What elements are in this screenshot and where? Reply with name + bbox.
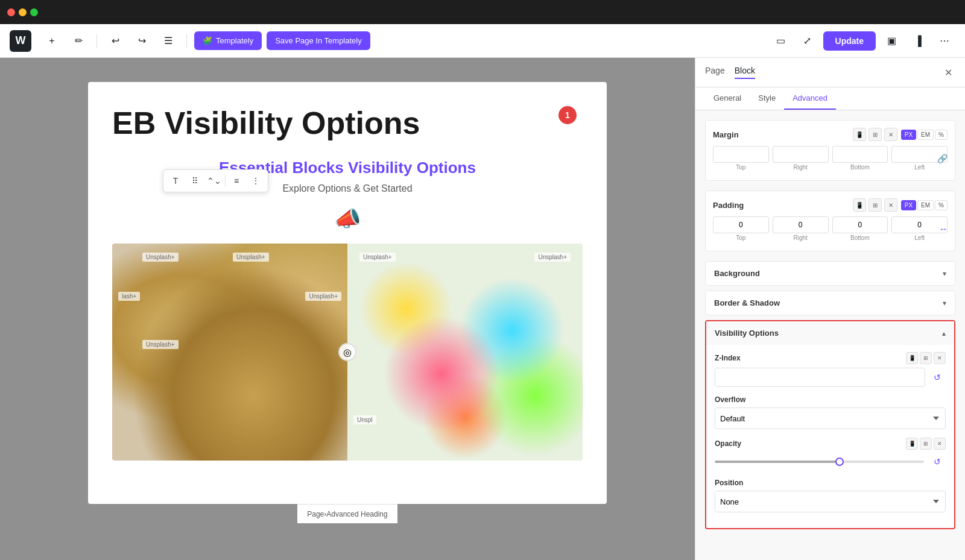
block-align-button[interactable]: ≡ [228,172,245,189]
breadcrumb-page[interactable]: Page [307,510,324,518]
block-drag-button[interactable]: ⠿ [186,172,203,189]
desktop-view-button[interactable]: ▭ [770,30,792,52]
minimize-button[interactable] [19,8,27,16]
padding-link-icon[interactable]: ↔ [939,224,948,234]
zindex-reset-button[interactable]: ↺ [929,369,946,386]
block-type-button[interactable]: T [167,172,184,189]
margin-inputs-row: Top Right Bottom Left [713,146,948,171]
edit-button[interactable]: ✏ [68,30,89,52]
border-shadow-chevron: ▾ [943,299,946,307]
padding-inputs-row: Top Right Bottom Left [713,216,948,241]
border-shadow-header[interactable]: Border & Shadow ▾ [706,291,955,315]
unsplash-label-2: Unsplash+ [233,253,269,262]
overflow-select[interactable]: Default Hidden Scroll Auto Visible [715,407,946,429]
margin-bottom-wrap: Bottom [832,146,888,171]
comparison-handle[interactable]: ◎ [338,343,356,361]
padding-unit-px[interactable]: PX [901,200,916,210]
panel-header: Page Block ✕ [695,58,965,87]
canvas-area: T ⠿ ⌃⌄ ≡ ⋮ EB Visibility Options 1 Essen… [0,58,695,560]
margin-right-input[interactable] [773,146,829,163]
padding-bottom-label: Bottom [850,234,870,241]
external-link-button[interactable]: ⤢ [797,30,818,52]
padding-icon-clear[interactable]: ✕ [884,198,897,212]
list-button[interactable]: ☰ [157,30,179,52]
position-label-row: Position [715,479,946,487]
subtab-style[interactable]: Style [750,87,784,110]
margin-icon-device[interactable]: 📱 [853,128,866,141]
margin-icon-clear[interactable]: ✕ [884,128,897,141]
padding-inputs: Top Right Bottom Left [713,216,948,241]
maximize-button[interactable] [30,8,38,16]
panel-close-button[interactable]: ✕ [941,65,955,80]
toolbar: W + ✏ ↩ ↪ ☰ 🧩 Templately Save Page In Te… [0,24,965,58]
more-options-button[interactable]: ⋯ [934,30,955,52]
opacity-icon-clear[interactable]: ✕ [934,438,946,450]
close-button[interactable] [7,8,15,16]
main-layout: T ⠿ ⌃⌄ ≡ ⋮ EB Visibility Options 1 Essen… [0,58,965,560]
padding-top-input[interactable] [713,216,769,233]
block-more-button[interactable]: ⋮ [247,172,264,189]
block-view-button[interactable]: ▣ [881,30,902,52]
opacity-reset-button[interactable]: ↺ [929,453,946,470]
margin-unit-percent[interactable]: % [935,130,948,140]
zindex-label: Z-Index [715,354,741,362]
save-templately-button[interactable]: Save Page In Templately [267,31,370,50]
padding-unit-em[interactable]: EM [917,200,934,210]
subtab-general[interactable]: General [705,87,750,110]
opacity-slider[interactable] [715,461,924,463]
padding-icon-device[interactable]: 📱 [853,198,866,212]
redo-button[interactable]: ↪ [131,30,153,52]
tab-block[interactable]: Block [735,66,755,79]
tab-page[interactable]: Page [705,66,725,79]
zindex-icon-grid[interactable]: ⊞ [920,352,932,364]
undo-button[interactable]: ↩ [104,30,126,52]
margin-top-label: Top [736,164,745,171]
padding-unit-percent[interactable]: % [935,200,948,210]
opacity-label-row: Opacity 📱 ⊞ ✕ [715,438,946,450]
opacity-slider-wrap: ↺ [715,453,946,470]
templately-icon: 🧩 [203,36,212,45]
padding-icon-grid[interactable]: ⊞ [868,198,882,212]
margin-unit-px[interactable]: PX [901,130,916,140]
panel-body: Margin 📱 ⊞ ✕ PX EM % [695,110,965,560]
opacity-icon-grid[interactable]: ⊞ [920,438,932,450]
zindex-input[interactable] [715,368,925,387]
zindex-icon-clear[interactable]: ✕ [934,352,946,364]
visibility-header[interactable]: Visibility Options ▴ [706,321,954,345]
position-label: Position [715,479,743,487]
subtab-advanced[interactable]: Advanced [784,87,836,110]
padding-right-input[interactable] [773,216,829,233]
margin-unit-em[interactable]: EM [917,130,934,140]
background-chevron: ▾ [943,269,946,278]
opacity-label: Opacity [715,439,741,448]
padding-bottom-input[interactable] [832,216,888,233]
page-title-area: EB Visibility Options 1 [112,106,583,140]
padding-right-wrap: Right [773,216,829,241]
update-button[interactable]: Update [823,31,876,51]
toolbar-right: ▭ ⤢ Update ▣ ▐ ⋯ [770,30,955,52]
margin-bottom-input[interactable] [832,146,888,163]
add-block-button[interactable]: + [41,30,63,52]
sidebar-toggle-button[interactable]: ▐ [907,30,929,52]
unsplash-label-4: Unsplash+ [305,292,341,301]
block-arrow-button[interactable]: ⌃⌄ [206,172,223,189]
margin-link-icon[interactable]: 🔗 [937,154,948,163]
wp-logo: W [10,30,31,52]
margin-icon-grid[interactable]: ⊞ [868,128,882,141]
zindex-icon-device[interactable]: 📱 [906,352,918,364]
opacity-icon-group: 📱 ⊞ ✕ [906,438,946,450]
padding-header: Padding 📱 ⊞ ✕ PX EM % [713,198,948,212]
image-comparison[interactable]: Unsplash+ Unsplash+ lash+ Unsplash+ Unsp… [112,244,583,461]
position-select[interactable]: None Relative Absolute Fixed Sticky [715,491,946,512]
margin-top-wrap: Top [713,146,769,171]
visibility-section: Visibility Options ▴ Z-Index 📱 ⊞ ✕ [705,320,955,529]
block-toolbar: T ⠿ ⌃⌄ ≡ ⋮ [163,169,268,192]
page-main-title: EB Visibility Options [112,106,583,140]
margin-top-input[interactable] [713,146,769,163]
templately-button[interactable]: 🧩 Templately [194,31,262,50]
overflow-label: Overflow [715,395,745,404]
background-header[interactable]: Background ▾ [706,262,955,285]
opacity-icon-device[interactable]: 📱 [906,438,918,450]
candy-image [347,244,583,461]
breadcrumb-item[interactable]: Advanced Heading [326,510,387,518]
